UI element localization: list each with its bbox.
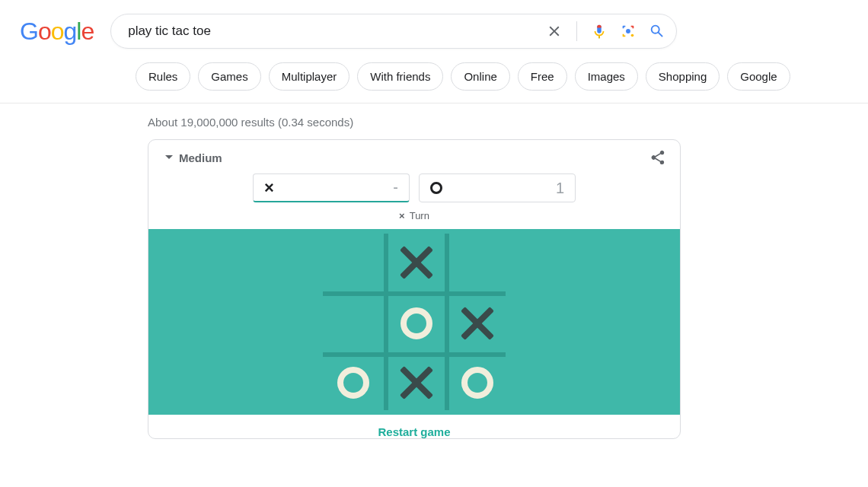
chevron-down-icon	[165, 155, 173, 163]
o-mark-icon	[461, 367, 493, 399]
cell-1-1[interactable]	[386, 294, 447, 352]
difficulty-label: Medium	[179, 151, 222, 164]
filter-chips-row: Rules Games Multiplayer With friends Onl…	[0, 49, 868, 103]
x-score-value: -	[393, 179, 398, 196]
chip-rules[interactable]: Rules	[136, 62, 190, 91]
separator	[576, 21, 577, 41]
svg-point-0	[626, 29, 630, 33]
cell-0-0[interactable]	[323, 234, 384, 291]
o-mark-icon	[400, 307, 432, 339]
chip-shopping[interactable]: Shopping	[646, 62, 720, 91]
chip-google[interactable]: Google	[727, 62, 790, 91]
share-icon[interactable]	[649, 149, 666, 166]
search-icon[interactable]	[649, 23, 665, 40]
turn-indicator: × Turn	[148, 210, 680, 229]
clear-icon[interactable]	[546, 23, 563, 40]
restart-row: Restart game	[148, 415, 680, 438]
x-mark-icon	[400, 247, 432, 279]
difficulty-selector[interactable]: Medium	[165, 151, 222, 164]
turn-symbol: ×	[399, 210, 405, 221]
chip-with-friends[interactable]: With friends	[357, 62, 443, 91]
cell-0-1[interactable]	[386, 234, 447, 291]
x-mark-icon	[461, 307, 493, 339]
cell-1-0[interactable]	[323, 294, 384, 352]
chip-free[interactable]: Free	[518, 62, 567, 91]
o-mark-icon	[337, 367, 369, 399]
game-board	[323, 234, 506, 410]
score-box-x[interactable]: × -	[253, 173, 410, 202]
cell-2-2[interactable]	[447, 355, 508, 410]
search-input[interactable]	[126, 23, 546, 40]
chip-images[interactable]: Images	[575, 62, 638, 91]
tic-tac-toe-card: Medium × - 1 × Turn	[148, 139, 681, 439]
game-board-area	[148, 229, 680, 415]
google-logo[interactable]: Google	[20, 18, 94, 46]
turn-label: Turn	[410, 210, 429, 221]
results-stats: About 19,000,000 results (0.34 seconds)	[0, 103, 868, 139]
o-score-value: 1	[556, 180, 564, 197]
cell-0-2[interactable]	[447, 234, 508, 291]
cell-2-0[interactable]	[323, 355, 384, 410]
svg-point-1	[631, 34, 634, 37]
score-row: × - 1	[148, 173, 680, 210]
cell-1-2[interactable]	[447, 294, 508, 352]
restart-button[interactable]: Restart game	[378, 425, 450, 438]
chip-online[interactable]: Online	[451, 62, 509, 91]
x-mark-icon	[400, 367, 432, 399]
score-box-o[interactable]: 1	[419, 173, 576, 202]
lens-icon[interactable]	[620, 23, 637, 40]
chip-games[interactable]: Games	[198, 62, 260, 91]
o-symbol	[430, 182, 442, 194]
voice-search-icon[interactable]	[591, 23, 608, 40]
search-bar[interactable]	[110, 14, 677, 49]
x-symbol: ×	[264, 178, 274, 198]
chip-multiplayer[interactable]: Multiplayer	[269, 62, 350, 91]
cell-2-1[interactable]	[386, 355, 447, 410]
